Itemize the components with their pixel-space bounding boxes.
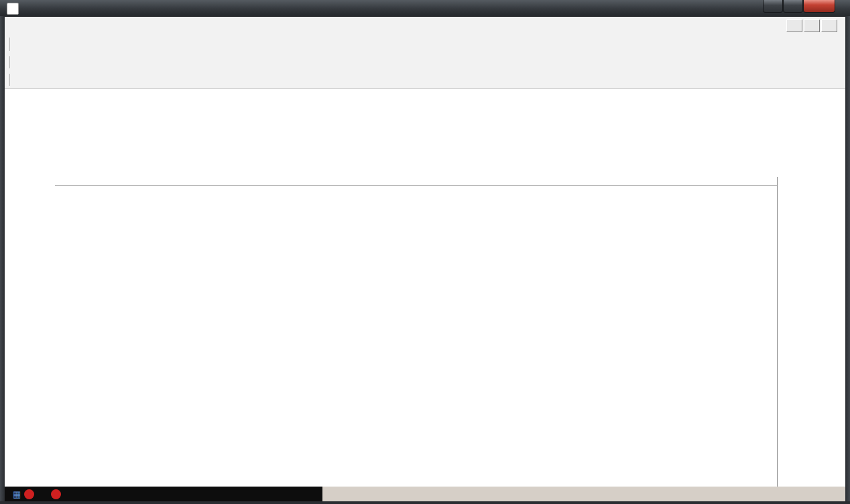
toolbar-drawing	[5, 71, 845, 89]
minimize-button[interactable]	[763, 0, 783, 13]
app-logo-icon	[7, 3, 19, 15]
maximize-button[interactable]	[783, 0, 803, 13]
app-window: ▦	[0, 0, 850, 504]
close-button[interactable]	[803, 0, 835, 13]
window-border-left	[0, 16, 5, 504]
news-ticker	[322, 487, 845, 501]
main-chart-canvas[interactable]	[55, 186, 777, 504]
toolbar-features	[5, 35, 845, 54]
shenzhen-badge-icon	[51, 489, 61, 499]
status-bar: ▦	[5, 487, 845, 501]
child-close-button[interactable]	[821, 19, 837, 32]
child-window-controls	[786, 19, 837, 32]
shanghai-badge-icon	[24, 489, 34, 499]
plot-right-border	[777, 177, 778, 504]
child-minimize-button[interactable]	[786, 19, 802, 32]
child-restore-button[interactable]	[804, 19, 820, 32]
window-border-bottom	[0, 501, 850, 504]
window-border-right	[845, 16, 850, 504]
toolbar-navigation	[5, 54, 845, 71]
index-quotes: ▦	[5, 487, 322, 501]
menu-bar	[5, 16, 845, 36]
date-axis-line	[55, 185, 777, 186]
chart-region	[5, 88, 845, 487]
market-grid-icon[interactable]: ▦	[13, 489, 21, 499]
title-bar	[0, 0, 850, 17]
